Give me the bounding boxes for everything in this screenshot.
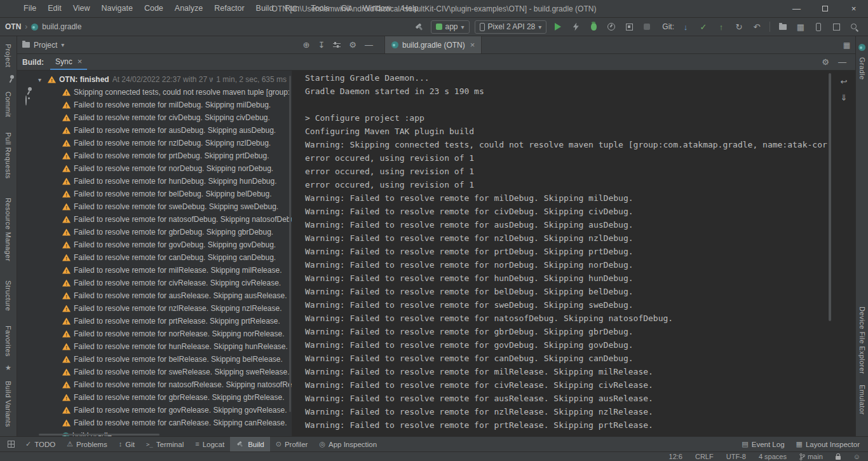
breadcrumb-file[interactable]: build.gradle (42, 22, 81, 31)
hide-icon[interactable]: — (365, 40, 373, 50)
stripe-structure[interactable]: Structure (4, 280, 12, 311)
build-warning-row[interactable]: Failed to resolve remote for civRelease.… (34, 277, 292, 289)
build-warning-row[interactable]: Failed to resolve remote for norRelease.… (34, 327, 292, 340)
build-warning-row[interactable]: Failed to resolve remote for canRelease.… (34, 416, 292, 429)
run-configuration-select[interactable]: app ▾ (431, 20, 470, 34)
tool-tab-profiler[interactable]: ⊙Profiler (270, 437, 314, 451)
tree-scrollbar[interactable] (289, 76, 291, 412)
tab-build-gradle[interactable]: build.gradle (OTN) × (384, 36, 482, 53)
debug-icon[interactable] (587, 20, 600, 33)
git-push-icon[interactable]: ↑ (715, 20, 728, 33)
console-scrollbar[interactable] (829, 73, 831, 321)
encoding-widget[interactable]: UTF-8 (726, 453, 746, 460)
build-warning-row[interactable]: Failed to resolve remote for hunRelease.… (34, 340, 292, 353)
soft-wrap-icon[interactable]: ↩ (841, 77, 848, 86)
build-warning-row[interactable]: Failed to resolve remote for ausRelease.… (34, 289, 292, 302)
git-update-icon[interactable]: ↓ (679, 20, 692, 33)
build-root-row[interactable]: ▾ OTN: finished At 24/02/2022 22:37 with… (34, 73, 292, 86)
build-warning-row[interactable]: Failed to resolve remote for milDebug. S… (34, 99, 292, 111)
tool-tab-layout-inspector[interactable]: ▦Layout Inspector (790, 437, 865, 451)
breadcrumb-project[interactable]: OTN (5, 22, 21, 31)
tool-tab-todo[interactable]: ✓TODO (20, 437, 61, 451)
view-options-icon[interactable] (333, 42, 341, 48)
menu-refactor[interactable]: Refactor (208, 0, 250, 17)
scroll-from-source-icon[interactable]: ↧ (318, 40, 325, 50)
star-icon[interactable]: ★ (5, 364, 11, 372)
stripe-emulator[interactable]: Emulator (858, 385, 866, 415)
expand-chevron-icon[interactable]: ▾ (38, 76, 44, 83)
tool-tab-build[interactable]: Build (230, 437, 270, 451)
build-warning-row[interactable]: Failed to resolve remote for govRelease.… (34, 404, 292, 416)
tool-tab-app-inspection[interactable]: ◎App Inspection (313, 437, 383, 451)
project-folder-icon[interactable] (776, 20, 789, 33)
build-warning-row[interactable]: Failed to resolve remote for prtRelease.… (34, 315, 292, 327)
line-separator-widget[interactable]: CRLF (695, 453, 714, 460)
scroll-to-end-icon[interactable]: ⇓ (841, 93, 848, 102)
tool-tab-event-log[interactable]: ▤Event Log (736, 437, 790, 451)
stop-icon[interactable] (641, 20, 653, 33)
build-warning-row[interactable]: Failed to resolve remote for ausDebug. S… (34, 124, 292, 137)
build-warning-row[interactable]: Failed to resolve remote for milRelease.… (34, 264, 292, 277)
inspect-icon[interactable] (25, 96, 27, 105)
gear-icon[interactable]: ⚙ (822, 57, 829, 67)
editor-layout-icon[interactable]: ▦ (843, 41, 850, 50)
profile-icon[interactable] (605, 20, 618, 33)
build-warning-row[interactable]: Failed to resolve remote for govDebug. S… (34, 238, 292, 251)
menu-file[interactable]: File (18, 0, 42, 17)
close-icon[interactable]: × (78, 57, 83, 66)
build-warning-row[interactable]: Failed to resolve remote for canDebug. S… (34, 251, 292, 264)
menu-analyze[interactable]: Analyze (169, 0, 208, 17)
hide-icon[interactable]: — (838, 57, 846, 67)
build-warning-row[interactable]: Failed to resolve remote for belDebug. S… (34, 188, 292, 200)
menu-edit[interactable]: Edit (42, 0, 67, 17)
close-icon[interactable]: × (470, 40, 475, 50)
build-warning-row[interactable]: Failed to resolve remote for belRelease.… (34, 353, 292, 366)
stripe-build-variants[interactable]: Build Variants (4, 381, 12, 427)
search-icon[interactable] (848, 20, 860, 33)
gear-icon[interactable]: ⚙ (349, 40, 356, 50)
stripe-commit[interactable]: Commit (4, 92, 12, 117)
avd-manager-icon[interactable] (812, 20, 825, 33)
device-select[interactable]: Pixel 2 API 28 ▾ (475, 20, 547, 34)
build-warning-row[interactable]: Failed to resolve remote for nzlRelease.… (34, 302, 292, 315)
maximize-icon[interactable] (811, 0, 839, 17)
tool-tab-git[interactable]: ↕Git (113, 437, 140, 451)
build-warning-row[interactable]: Failed to resolve remote for prtDebug. S… (34, 149, 292, 162)
tool-tab-terminal[interactable]: >_Terminal (140, 437, 189, 451)
run-icon[interactable] (552, 20, 564, 33)
git-commit-icon[interactable]: ✓ (697, 20, 710, 33)
feedback-smiley-icon[interactable]: ☺ (853, 453, 860, 460)
tab-sync[interactable]: Sync × (50, 54, 87, 70)
project-tool-window-header[interactable]: Project ▾ ⊕ ↧ ⚙ — (17, 36, 384, 53)
menu-code[interactable]: Code (139, 0, 169, 17)
close-icon[interactable]: × (839, 0, 868, 17)
stripe-favorites[interactable]: Favorites (4, 326, 12, 357)
menu-view[interactable]: View (67, 0, 96, 17)
minimize-icon[interactable]: — (782, 0, 811, 17)
stripe-pull-requests[interactable]: Pull Requests (4, 132, 12, 179)
stripe-device-file-explorer[interactable]: Device File Explorer (858, 306, 866, 374)
build-warning-row[interactable]: Failed to resolve remote for nzlDebug. S… (34, 137, 292, 149)
build-warning-row[interactable]: Failed to resolve remote for gbrRelease.… (34, 391, 292, 404)
attach-debugger-icon[interactable] (623, 20, 635, 33)
layout-icon[interactable]: ▦ (794, 20, 807, 33)
build-warning-row[interactable]: Failed to resolve remote for civDebug. S… (34, 111, 292, 124)
build-warning-row[interactable]: Skipping connected tests, could not reso… (34, 86, 292, 99)
build-warning-row[interactable]: Failed to resolve remote for norDebug. S… (34, 162, 292, 175)
build-warning-row[interactable]: Failed to resolve remote for hunDebug. S… (34, 175, 292, 188)
build-warning-row[interactable]: Failed to resolve remote for sweDebug. S… (34, 200, 292, 213)
build-hammer-icon[interactable] (413, 20, 426, 33)
sdk-manager-icon[interactable] (830, 20, 843, 33)
build-warning-row[interactable]: Failed to resolve remote for natosofRele… (34, 378, 292, 391)
menu-navigate[interactable]: Navigate (96, 0, 139, 17)
build-warning-row[interactable]: Failed to resolve remote for gbrDebug. S… (34, 226, 292, 238)
stripe-gradle[interactable]: Gradle (858, 57, 866, 79)
indent-widget[interactable]: 4 spaces (759, 453, 787, 460)
tree-horizontal-scrollbar[interactable] (39, 434, 159, 436)
caret-position-widget[interactable]: 12:6 (669, 453, 682, 460)
git-history-icon[interactable]: ↻ (733, 20, 745, 33)
git-rollback-icon[interactable]: ↶ (750, 20, 763, 33)
tool-window-switcher-icon[interactable] (3, 437, 20, 451)
locate-file-icon[interactable]: ⊕ (303, 40, 310, 50)
build-warning-row[interactable]: Failed to resolve remote for sweRelease.… (34, 366, 292, 378)
